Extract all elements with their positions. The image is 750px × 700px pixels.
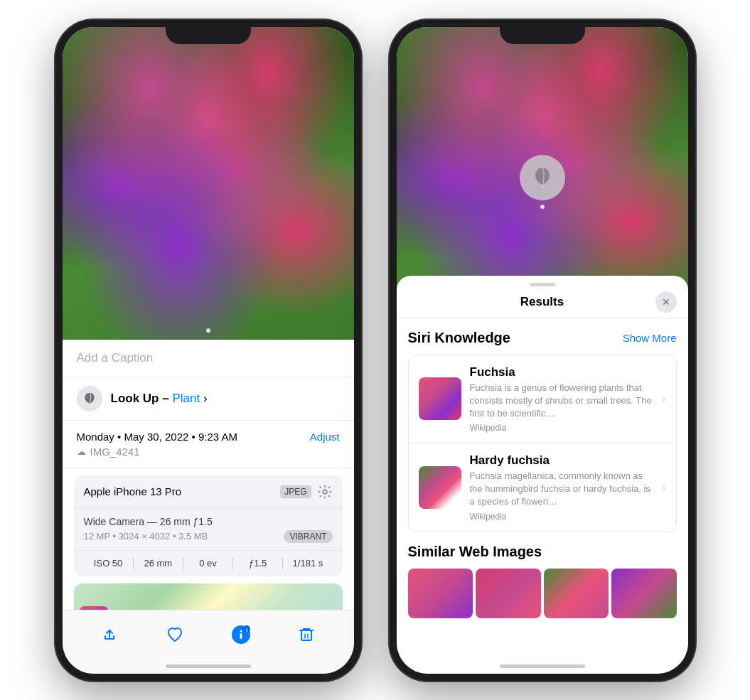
ai-dot xyxy=(540,205,545,209)
filename: IMG_4241 xyxy=(90,446,140,458)
file-info-text: 12 MP • 3024 × 4032 • 3.5 MB xyxy=(84,531,208,542)
trash-button[interactable] xyxy=(291,619,322,650)
flower-photo[interactable] xyxy=(63,27,354,340)
hardy-content: Hardy fuchsia Fuchsia magellanica, commo… xyxy=(470,453,654,522)
hardy-name: Hardy fuchsia xyxy=(470,453,654,468)
hardy-description: Fuchsia magellanica, commonly known as t… xyxy=(470,470,654,509)
panel-title: Results xyxy=(520,295,564,309)
exif-row: ISO 50 26 mm 0 ev ƒ1.5 1/181 s xyxy=(74,551,343,576)
info-button[interactable]: i xyxy=(225,619,257,650)
show-more-button[interactable]: Show More xyxy=(623,332,677,344)
svg-text:i: i xyxy=(246,627,247,633)
caption-area[interactable]: Add a Caption xyxy=(63,340,354,377)
results-panel: Results ✕ Siri Knowledge Show More Fuchs xyxy=(397,276,688,674)
fuchsia-chevron: › xyxy=(663,393,666,404)
exif-ev: 0 ev xyxy=(183,558,232,569)
vibrant-badge: VIBRANT xyxy=(284,530,332,543)
exif-mm: 26 mm xyxy=(134,558,183,569)
heart-button[interactable] xyxy=(159,619,191,650)
share-button[interactable] xyxy=(94,619,125,650)
camera-header: Apple iPhone 13 Pro JPEG xyxy=(74,475,343,509)
similar-section: Similar Web Images xyxy=(397,532,688,618)
knowledge-item-hardy[interactable]: Hardy fuchsia Fuchsia magellanica, commo… xyxy=(409,443,676,532)
cloud-icon: ☁ xyxy=(77,446,86,457)
siri-knowledge-title: Siri Knowledge xyxy=(408,330,510,346)
heart-icon xyxy=(166,626,183,643)
leaf-ai-icon xyxy=(530,165,555,190)
exif-shutter: 1/181 s xyxy=(283,558,332,569)
wide-camera-text: Wide Camera — 26 mm ƒ1.5 xyxy=(84,516,333,527)
fuchsia-content: Fuchsia Fuchsia is a genus of flowering … xyxy=(470,365,654,434)
camera-badges: JPEG xyxy=(280,484,332,500)
similar-grid xyxy=(408,569,677,618)
camera-name: Apple iPhone 13 Pro xyxy=(84,485,182,497)
filename-row: ☁ IMG_4241 xyxy=(77,446,340,458)
trash-icon xyxy=(298,626,315,643)
knowledge-item-fuchsia[interactable]: Fuchsia Fuchsia is a genus of flowering … xyxy=(409,355,676,444)
visual-ai-button[interactable] xyxy=(520,155,565,200)
lookup-row[interactable]: Look Up – Plant › xyxy=(63,377,354,421)
camera-details: Wide Camera — 26 mm ƒ1.5 12 MP • 3024 × … xyxy=(74,509,343,551)
similar-image-1[interactable] xyxy=(408,569,473,618)
caption-placeholder[interactable]: Add a Caption xyxy=(77,351,154,365)
similar-header: Similar Web Images xyxy=(408,544,677,560)
home-indicator xyxy=(166,664,251,668)
share-icon xyxy=(101,626,118,643)
page-indicator xyxy=(206,328,210,333)
exif-iso: ISO 50 xyxy=(84,558,133,569)
date-text: Monday • May 30, 2022 • 9:23 AM xyxy=(77,431,237,443)
date-row: Monday • May 30, 2022 • 9:23 AM Adjust xyxy=(77,431,340,443)
lookup-text: Look Up – Plant › xyxy=(111,392,208,406)
fuchsia-description: Fuchsia is a genus of flowering plants t… xyxy=(470,382,654,421)
jpeg-badge: JPEG xyxy=(280,485,311,498)
hardy-thumbnail xyxy=(419,466,461,509)
settings-icon[interactable] xyxy=(317,484,333,500)
hardy-chevron: › xyxy=(663,482,666,493)
left-phone: Add a Caption Look Up – Plant › Monday •… xyxy=(55,20,361,681)
home-indicator-right xyxy=(500,664,585,668)
fuchsia-name: Fuchsia xyxy=(470,365,654,379)
similar-image-2[interactable] xyxy=(476,569,541,618)
file-info-row: 12 MP • 3024 × 4032 • 3.5 MB VIBRANT xyxy=(84,530,333,543)
section-header: Siri Knowledge Show More xyxy=(408,330,677,346)
right-screen: Results ✕ Siri Knowledge Show More Fuchs xyxy=(397,27,688,674)
svg-rect-7 xyxy=(301,630,311,640)
close-button[interactable]: ✕ xyxy=(655,291,677,313)
exif-aperture: ƒ1.5 xyxy=(233,558,282,569)
similar-image-4[interactable] xyxy=(611,569,677,618)
hardy-source: Wikipedia xyxy=(470,512,654,522)
knowledge-section: Siri Knowledge Show More Fuchsia Fuchsia… xyxy=(397,318,688,532)
svg-rect-4 xyxy=(240,633,242,639)
svg-point-3 xyxy=(240,630,242,632)
metadata-section: Monday • May 30, 2022 • 9:23 AM Adjust ☁… xyxy=(63,421,354,468)
adjust-button[interactable]: Adjust xyxy=(310,431,340,443)
fuchsia-source: Wikipedia xyxy=(470,423,654,433)
camera-section: Apple iPhone 13 Pro JPEG Wide Camera — 2… xyxy=(74,475,343,576)
lookup-icon xyxy=(77,386,102,411)
leaf-icon xyxy=(82,392,97,406)
svg-point-0 xyxy=(323,490,327,494)
similar-title: Similar Web Images xyxy=(408,544,542,560)
knowledge-card: Fuchsia Fuchsia is a genus of flowering … xyxy=(408,355,677,532)
right-phone: Results ✕ Siri Knowledge Show More Fuchs xyxy=(390,20,695,681)
info-icon: i xyxy=(231,625,251,645)
left-screen: Add a Caption Look Up – Plant › Monday •… xyxy=(63,27,354,674)
similar-image-3[interactable] xyxy=(544,569,609,618)
fuchsia-thumbnail xyxy=(419,377,461,420)
panel-header: Results ✕ xyxy=(397,286,688,318)
